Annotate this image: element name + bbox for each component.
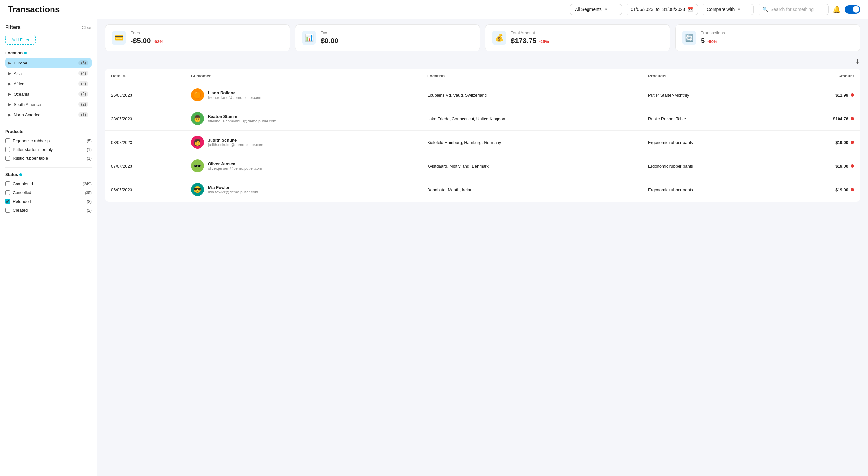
location-item-europe[interactable]: ▶ Europe (5) <box>5 58 92 68</box>
location-item-oceania[interactable]: ▶ Oceania (2) <box>5 89 92 99</box>
date-sort-icon[interactable]: ⇅ <box>123 75 125 78</box>
avatar: 🟠 <box>191 88 204 101</box>
table-row[interactable]: 26/08/2023 🟠 Lison Rolland lison.rolland… <box>105 83 860 107</box>
location-filter-title: Location <box>5 51 92 55</box>
location-name: Oceania <box>13 92 76 96</box>
compare-with-dropdown[interactable]: Compare with ▼ <box>702 4 754 15</box>
table-row[interactable]: 06/07/2023 😎 Mia Fowler mia.fowler@demo.… <box>105 178 860 202</box>
search-placeholder: Search for something <box>771 7 814 12</box>
product-count: (1) <box>87 156 92 161</box>
customer-email: sterling_eichmann80@demo.putler.com <box>208 119 277 123</box>
col-customer: Customer <box>185 69 422 83</box>
product-count: (5) <box>87 139 92 143</box>
location-item-asia[interactable]: ▶ Asia (4) <box>5 68 92 78</box>
cell-location: Donabate, Meath, Ireland <box>422 178 642 202</box>
status-item-created: Created (2) <box>5 206 92 214</box>
location-arrow-icon: ▶ <box>8 61 11 65</box>
product-count: (1) <box>87 147 92 152</box>
notification-bell-icon[interactable]: 🔔 <box>833 5 841 13</box>
cell-location: Kvistgaard, Midtjylland, Denmark <box>422 154 642 178</box>
cell-customer: 👩 Judith Schulte judith.schulte@demo.put… <box>185 130 422 154</box>
col-location: Location <box>422 69 642 83</box>
stat-value: $0.00 <box>321 37 338 45</box>
stat-icon: 📊 <box>302 31 316 45</box>
status-name: Cancelled <box>12 190 82 195</box>
status-name: Refunded <box>12 199 84 204</box>
location-name: South America <box>13 102 76 107</box>
status-checkbox[interactable] <box>5 181 10 186</box>
product-checkbox[interactable] <box>5 147 10 152</box>
status-checkbox[interactable] <box>5 190 10 195</box>
table-row[interactable]: 23/07/2023 👨 Keaton Stamm sterling_eichm… <box>105 107 860 130</box>
cell-products: Ergonomic rubber pants <box>642 154 780 178</box>
customer-name: Judith Schulte <box>208 138 263 143</box>
table-row[interactable]: 08/07/2023 👩 Judith Schulte judith.schul… <box>105 130 860 154</box>
product-checkbox[interactable] <box>5 156 10 161</box>
download-button[interactable]: ⬇ <box>855 58 860 65</box>
product-filter-list: Ergonomic rubber p... (5) Putler starter… <box>5 137 92 163</box>
location-filter-list: ▶ Europe (5) ▶ Asia (4) ▶ Africa (2) ▶ O… <box>5 58 92 120</box>
calendar-icon: 📅 <box>688 7 693 12</box>
status-checkbox[interactable] <box>5 208 10 213</box>
location-item-south-america[interactable]: ▶ South America (2) <box>5 99 92 109</box>
filters-title: Filters <box>5 24 21 30</box>
status-dot <box>851 117 854 120</box>
location-item-africa[interactable]: ▶ Africa (2) <box>5 79 92 88</box>
stat-card-total-amount: 💰 Total Amount $173.75 -25% <box>485 24 670 51</box>
cell-customer: 😎 Mia Fowler mia.fowler@demo.putler.com <box>185 178 422 202</box>
customer-email: mia.fowler@demo.putler.com <box>208 190 258 195</box>
customer-name: Lison Rolland <box>208 90 261 95</box>
location-count: (2) <box>79 91 88 96</box>
location-arrow-icon: ▶ <box>8 92 11 96</box>
cell-date: 07/07/2023 <box>105 154 185 178</box>
stat-amount: $173.75 <box>511 37 537 45</box>
location-arrow-icon: ▶ <box>8 71 11 76</box>
location-name: Africa <box>13 81 76 86</box>
theme-toggle[interactable] <box>845 5 860 13</box>
location-filter-dot <box>24 52 27 54</box>
stat-label: Transactions <box>701 30 725 35</box>
customer-email: lison.rolland@demo.putler.com <box>208 95 261 100</box>
segment-select[interactable]: All Segments ▼ <box>570 4 622 15</box>
status-item-refunded: Refunded (8) <box>5 197 92 206</box>
col-date: Date ⇅ <box>105 69 185 83</box>
amount-value: $104.76 <box>833 116 848 121</box>
customer-name: Keaton Stamm <box>208 114 277 119</box>
products-filter-title: Products <box>5 129 92 134</box>
stat-label: Fees <box>130 30 163 35</box>
product-checkbox[interactable] <box>5 138 10 143</box>
clear-filters-button[interactable]: Clear <box>82 25 92 30</box>
cell-amount: $19.00 <box>780 178 860 202</box>
date-to: 31/08/2023 <box>662 7 685 12</box>
product-item: Rustic rubber table (1) <box>5 154 92 163</box>
avatar: 👩 <box>191 136 204 149</box>
status-count: (349) <box>83 182 92 186</box>
status-count: (2) <box>87 208 92 213</box>
amount-value: $19.00 <box>835 163 848 169</box>
date-from: 01/06/2023 <box>630 7 653 12</box>
product-name: Ergonomic rubber p... <box>12 138 84 143</box>
status-filter-list: Completed (349) Cancelled (35) Refunded … <box>5 180 92 214</box>
location-count: (1) <box>79 112 88 117</box>
add-filter-button[interactable]: Add Filter <box>5 35 36 45</box>
cell-location: Lake Frieda, Connecticut, United Kingdom <box>422 107 642 130</box>
location-count: (2) <box>79 102 88 107</box>
cell-date: 06/07/2023 <box>105 178 185 202</box>
date-range-picker[interactable]: 01/06/2023 to 31/08/2023 📅 <box>626 4 698 15</box>
cell-products: Ergonomic rubber pants <box>642 130 780 154</box>
stat-amount: 5 <box>701 37 705 45</box>
location-count: (2) <box>79 81 88 86</box>
cell-products: Ergonomic rubber pants <box>642 178 780 202</box>
amount-value: $11.99 <box>835 93 848 97</box>
stat-icon: 💳 <box>112 31 126 45</box>
location-name: North America <box>13 113 76 117</box>
search-box[interactable]: 🔍 Search for something <box>757 4 829 15</box>
status-dot <box>851 164 854 168</box>
status-checkbox[interactable] <box>5 199 10 204</box>
page-title: Transactions <box>8 4 60 14</box>
table-row[interactable]: 07/07/2023 🕶️ Oliver Jensen oliver.jense… <box>105 154 860 178</box>
customer-name: Mia Fowler <box>208 185 258 190</box>
filter-divider-1 <box>5 124 92 124</box>
location-item-north-america[interactable]: ▶ North America (1) <box>5 110 92 120</box>
search-icon: 🔍 <box>763 7 768 12</box>
